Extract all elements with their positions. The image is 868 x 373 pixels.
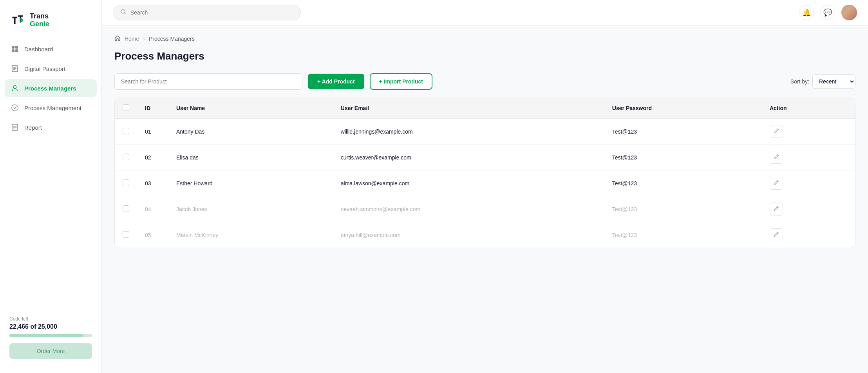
th-action: Action <box>762 98 855 119</box>
svg-point-9 <box>14 86 16 89</box>
sidebar-item-digital-passport[interactable]: Digital Passport <box>5 60 97 78</box>
import-product-button[interactable]: + Import Product <box>370 73 432 90</box>
cell-checkbox-4 <box>115 222 137 248</box>
edit-icon-1 <box>773 154 779 160</box>
cell-email-0: willie.jennings@example.com <box>333 119 604 145</box>
breadcrumb-current: Process Managers <box>149 36 195 42</box>
cell-username-4: Marvin McKinney <box>168 222 333 248</box>
search-box <box>113 5 301 20</box>
sidebar-item-process-management[interactable]: Process Management <box>5 99 97 117</box>
edit-button-0[interactable] <box>770 125 783 138</box>
progress-bar-fill <box>9 334 83 337</box>
main-wrapper: 🔔 💬 Home › Process Managers Process Mana… <box>102 0 868 373</box>
cell-id-2: 03 <box>137 170 168 196</box>
notification-button[interactable]: 🔔 <box>799 5 814 20</box>
edit-icon-4 <box>773 231 779 237</box>
cell-action-0 <box>762 119 855 145</box>
sidebar-item-dashboard[interactable]: Dashboard <box>5 40 97 58</box>
select-all-checkbox[interactable] <box>123 104 129 111</box>
add-product-button[interactable]: + Add Product <box>308 74 364 89</box>
sort-label: Sort by: <box>790 78 809 85</box>
content-area: Home › Process Managers Process Managers… <box>102 25 868 373</box>
row-checkbox-2[interactable] <box>123 179 129 186</box>
logo-text: Trans Genie <box>30 13 49 28</box>
avatar[interactable] <box>841 5 857 20</box>
cell-password-0: Test@123 <box>604 119 762 145</box>
sidebar-item-process-managers[interactable]: Process Managers <box>5 79 97 97</box>
sort-select[interactable]: Recent Oldest Name A-Z Name Z-A <box>812 74 855 89</box>
row-checkbox-1[interactable] <box>123 154 129 160</box>
th-id: ID <box>137 98 168 119</box>
edit-icon-3 <box>773 205 779 212</box>
table-container: ID User Name User Email User Password Ac… <box>114 98 855 248</box>
row-checkbox-3[interactable] <box>123 205 129 212</box>
cell-password-1: Test@123 <box>604 145 762 170</box>
sidebar-item-report[interactable]: Report <box>5 118 97 136</box>
svg-rect-10 <box>12 124 18 130</box>
report-icon <box>11 123 19 131</box>
cell-username-3: Jacob Jones <box>168 196 333 222</box>
search-icon <box>120 9 127 16</box>
avatar-image <box>841 5 857 20</box>
th-email: User Email <box>333 98 604 119</box>
cell-action-2 <box>762 170 855 196</box>
order-more-button[interactable]: Order More <box>9 343 92 359</box>
cell-action-1 <box>762 145 855 170</box>
cell-checkbox-3 <box>115 196 137 222</box>
cell-id-4: 05 <box>137 222 168 248</box>
cell-id-3: 04 <box>137 196 168 222</box>
row-checkbox-4[interactable] <box>123 231 129 238</box>
table-row: 03 Esther Howard alma.lawson@example.com… <box>115 170 855 196</box>
process-managers-icon <box>11 84 19 92</box>
cell-email-3: nevaeh.simmons@example.com <box>333 196 604 222</box>
cell-username-2: Esther Howard <box>168 170 333 196</box>
svg-rect-7 <box>13 68 16 69</box>
svg-rect-1 <box>12 46 14 49</box>
row-checkbox-0[interactable] <box>123 128 129 134</box>
logo-area: Trans Genie <box>0 8 101 40</box>
code-left-label: Code left <box>9 316 92 322</box>
toolbar: + Add Product + Import Product Sort by: … <box>114 73 855 90</box>
table-row: 01 Antony Das willie.jennings@example.co… <box>115 119 855 145</box>
bell-icon: 🔔 <box>802 8 811 17</box>
cell-id-0: 01 <box>137 119 168 145</box>
sidebar-item-digital-passport-label: Digital Passport <box>24 65 65 72</box>
breadcrumb-home[interactable]: Home <box>125 36 139 42</box>
progress-bar-bg <box>9 334 92 337</box>
sort-box: Sort by: Recent Oldest Name A-Z Name Z-A <box>790 74 855 89</box>
topbar-right: 🔔 💬 <box>799 5 857 20</box>
edit-button-1[interactable] <box>770 151 783 164</box>
dashboard-icon <box>11 45 19 53</box>
table-row: 05 Marvin McKinney tanya.hill@example.co… <box>115 222 855 248</box>
table-row: 02 Elisa das curtis.weaver@example.com T… <box>115 145 855 170</box>
digital-passport-icon <box>11 65 19 72</box>
edit-icon-2 <box>773 179 779 186</box>
topbar: 🔔 💬 <box>102 0 868 25</box>
table-body: 01 Antony Das willie.jennings@example.co… <box>115 119 855 248</box>
breadcrumb: Home › Process Managers <box>114 35 855 42</box>
table-header-row: ID User Name User Email User Password Ac… <box>115 98 855 119</box>
cell-checkbox-1 <box>115 145 137 170</box>
cell-action-4 <box>762 222 855 248</box>
th-password: User Password <box>604 98 762 119</box>
data-table: ID User Name User Email User Password Ac… <box>115 98 855 248</box>
breadcrumb-separator: › <box>143 36 145 42</box>
sidebar-item-dashboard-label: Dashboard <box>24 46 53 53</box>
svg-rect-3 <box>12 49 14 52</box>
topbar-search-input[interactable] <box>130 9 293 16</box>
edit-button-2[interactable] <box>770 177 783 190</box>
svg-rect-6 <box>13 67 16 68</box>
cell-email-4: tanya.hill@example.com <box>333 222 604 248</box>
cell-password-4: Test@123 <box>604 222 762 248</box>
process-management-icon <box>11 104 19 112</box>
messages-button[interactable]: 💬 <box>820 5 835 20</box>
th-username: User Name <box>168 98 333 119</box>
svg-rect-0 <box>9 12 27 29</box>
home-icon <box>114 35 121 42</box>
svg-rect-8 <box>13 69 15 70</box>
search-product-input[interactable] <box>114 73 302 90</box>
messages-icon: 💬 <box>823 8 832 17</box>
table-row: 04 Jacob Jones nevaeh.simmons@example.co… <box>115 196 855 222</box>
edit-button-3[interactable] <box>770 203 783 215</box>
edit-button-4[interactable] <box>770 228 783 241</box>
